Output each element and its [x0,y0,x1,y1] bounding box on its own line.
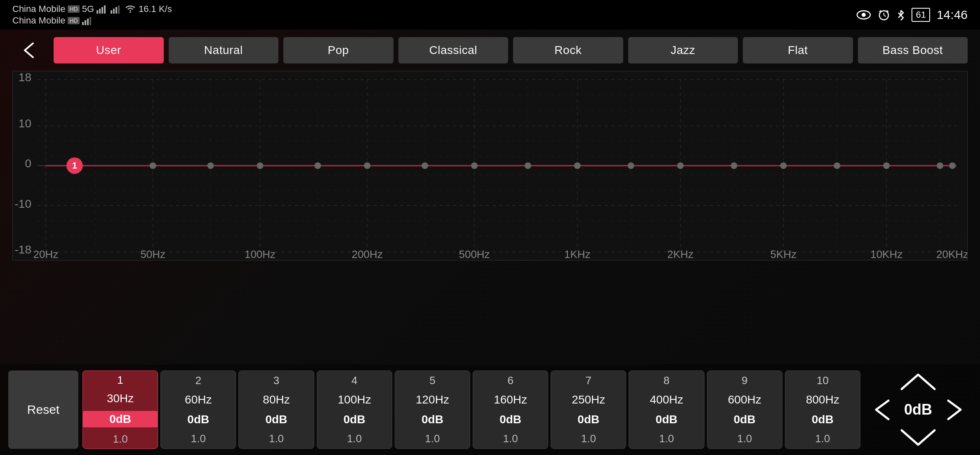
svg-rect-3 [104,5,106,14]
band-cells: 130Hz0dB1.0260Hz0dB1.0380Hz0dB1.04100Hz0… [82,371,860,449]
svg-rect-10 [85,20,86,25]
alarm-icon [878,9,890,21]
band-db-7: 0dB [577,413,599,426]
nav-down-button[interactable] [898,426,939,449]
svg-point-64 [364,162,370,169]
eye-icon [856,9,871,21]
band-num-6: 6 [507,374,513,387]
band-db-2: 0dB [187,413,209,426]
band-db-3: 0dB [266,413,287,426]
svg-text:1: 1 [72,160,77,171]
preset-btn-rock[interactable]: Rock [513,37,623,63]
band-cell-5[interactable]: 5120Hz0dB1.0 [395,371,470,449]
carrier1-gen: 5G [82,4,94,14]
svg-point-63 [314,162,321,169]
svg-text:500Hz: 500Hz [459,249,490,260]
band-q-3: 1.0 [269,432,284,445]
svg-point-76 [949,162,956,169]
signal-bars-icon [97,5,108,14]
svg-point-72 [780,162,787,169]
svg-text:0: 0 [25,157,31,170]
time-display: 14:46 [937,8,968,22]
reset-button[interactable]: Reset [8,371,78,449]
svg-text:2KHz: 2KHz [667,249,694,260]
band-cell-2[interactable]: 260Hz0dB1.0 [160,371,236,449]
nav-right-button[interactable] [943,399,966,421]
band-db-9: 0dB [734,413,756,426]
svg-rect-2 [101,7,103,14]
band-q-2: 1.0 [191,432,206,445]
svg-rect-7 [118,5,120,14]
battery-indicator: 61 [912,8,930,22]
svg-rect-12 [90,17,91,25]
status-bar: China Mobile HD 5G 16.1 K/s China Mobile… [0,0,980,30]
band-num-8: 8 [664,374,669,387]
status-right: 61 14:46 [856,8,968,22]
nav-middle: 0dB [865,399,972,421]
band-cell-4[interactable]: 4100Hz0dB1.0 [317,371,392,449]
preset-buttons: UserNaturalPopClassicalRockJazzFlatBass … [54,37,968,63]
preset-btn-natural[interactable]: Natural [169,37,279,63]
band-freq-4: 100Hz [338,393,371,406]
svg-text:5KHz: 5KHz [770,249,797,260]
band-cell-9[interactable]: 9600Hz0dB1.0 [707,371,782,449]
band-db-5: 0dB [422,413,443,426]
band-num-10: 10 [817,374,829,387]
band-cell-7[interactable]: 7250Hz0dB1.0 [551,371,626,449]
band-num-5: 5 [429,374,435,387]
band-freq-8: 400Hz [650,393,683,406]
band-db-6: 0dB [499,413,521,426]
band-cell-3[interactable]: 380Hz0dB1.0 [238,371,314,449]
svg-rect-5 [113,9,115,14]
band-cell-10[interactable]: 10800Hz0dB1.0 [785,371,860,449]
preset-btn-jazz[interactable]: Jazz [628,37,738,63]
band-q-9: 1.0 [737,432,752,445]
preset-btn-classical[interactable]: Classical [398,37,509,63]
band-q-1: 1.0 [113,433,128,446]
preset-btn-pop[interactable]: Pop [283,37,393,63]
svg-rect-6 [115,7,117,14]
band-cell-1[interactable]: 130Hz0dB1.0 [82,371,158,449]
svg-text:-18: -18 [15,243,31,256]
band-db-4: 0dB [344,413,365,426]
band-num-7: 7 [586,374,591,387]
svg-rect-4 [111,10,112,14]
svg-text:20Hz: 20Hz [33,249,59,260]
band-freq-10: 800Hz [806,393,839,406]
band-freq-2: 60Hz [185,393,212,406]
svg-text:100Hz: 100Hz [245,249,276,260]
svg-point-62 [257,162,263,169]
svg-point-67 [525,162,531,169]
preset-btn-bass-boost[interactable]: Bass Boost [858,37,968,63]
wifi-icon [125,5,136,14]
svg-text:20KHz: 20KHz [936,249,967,260]
carrier-info: China Mobile HD 5G 16.1 K/s China Mobile… [12,4,172,26]
nav-left-button[interactable] [871,399,893,421]
band-cell-8[interactable]: 8400Hz0dB1.0 [629,371,704,449]
svg-point-73 [834,162,840,169]
carrier2-label: China Mobile [12,15,65,26]
preset-btn-user[interactable]: User [54,37,164,63]
bottom-controls: Reset 130Hz0dB1.0260Hz0dB1.0380Hz0dB1.04… [0,364,980,455]
band-cell-6[interactable]: 6160Hz0dB1.0 [473,371,548,449]
signal2-icon [82,16,94,25]
eq-chart-container: 18 10 0 -10 -18 1 [12,71,968,260]
right-nav-controls: 0dB [865,371,972,449]
band-db-10: 0dB [812,413,834,426]
preset-btn-flat[interactable]: Flat [743,37,853,63]
svg-rect-1 [99,9,101,14]
band-q-4: 1.0 [347,432,362,445]
band-db-1: 0dB [83,411,158,427]
band-freq-7: 250Hz [572,393,605,406]
band-num-2: 2 [196,374,201,387]
nav-current-value: 0dB [898,401,939,418]
main-content: UserNaturalPopClassicalRockJazzFlatBass … [0,30,980,455]
eq-chart[interactable]: 18 10 0 -10 -18 1 [12,71,968,260]
band-db-8: 0dB [656,413,678,426]
nav-up-button[interactable] [898,371,939,393]
carrier1-label: China Mobile [12,4,65,14]
back-button[interactable] [12,37,45,63]
svg-point-8 [130,12,131,13]
eq-chart-svg: 18 10 0 -10 -18 1 [13,71,967,260]
band-q-8: 1.0 [659,432,674,445]
